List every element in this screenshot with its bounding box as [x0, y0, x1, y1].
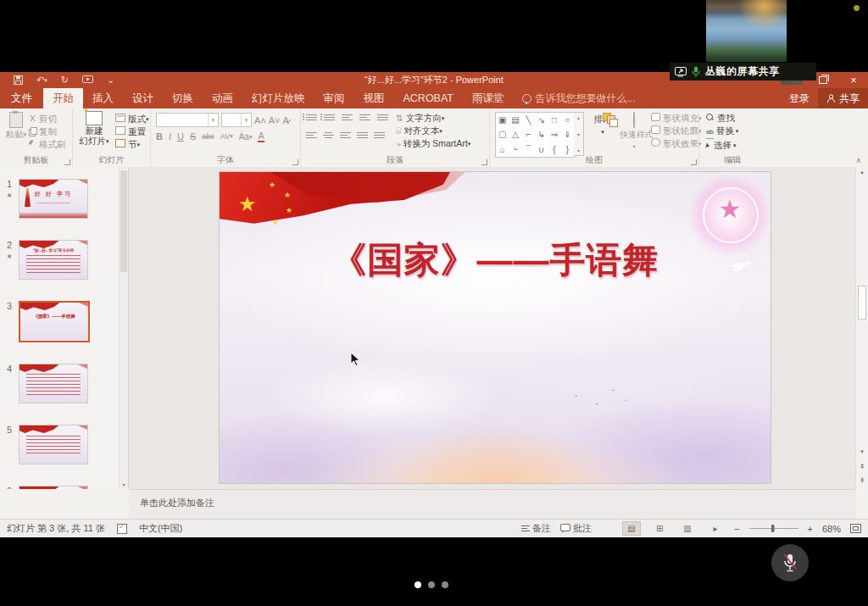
pager-dot-active[interactable] — [415, 581, 421, 588]
shape-oval-icon[interactable]: ○ — [565, 115, 570, 125]
font-size-combo[interactable]: ▾ — [221, 113, 252, 127]
notes-placeholder[interactable]: 单击此处添加备注 — [129, 490, 856, 509]
columns-button[interactable] — [374, 131, 385, 140]
tell-me-box[interactable]: 告诉我您想要做什么... — [514, 88, 636, 108]
shape-outline-button[interactable]: 形状轮廓▾ — [651, 125, 702, 137]
gallery-more-icon[interactable]: ▾ — [577, 147, 580, 153]
scrollbar-thumb[interactable] — [858, 286, 866, 320]
slide-title-text[interactable]: 《国家》——手语舞 — [220, 236, 771, 284]
align-right-button[interactable] — [340, 131, 351, 140]
font-dialog-launcher[interactable] — [292, 159, 298, 165]
bold-button[interactable]: B — [156, 131, 163, 142]
comments-toggle-button[interactable]: 批注 — [560, 522, 592, 535]
format-painter-button[interactable]: 格式刷 — [29, 138, 66, 151]
shape-triangle-icon[interactable]: △ — [512, 130, 519, 139]
drawing-dialog-launcher[interactable] — [691, 159, 697, 165]
tab-animations[interactable]: 动画 — [203, 88, 242, 108]
tab-design[interactable]: 设计 — [123, 88, 163, 108]
screen-share-banner[interactable]: 丛巍的屏幕共享 — [670, 63, 816, 81]
tab-view[interactable]: 视图 — [354, 88, 394, 108]
align-text-button[interactable]: ⌸ 对齐文本▾ — [396, 125, 470, 137]
gallery-up-icon[interactable]: ▴ — [577, 114, 580, 120]
share-button[interactable]: 共享 — [818, 88, 868, 108]
change-case-button[interactable]: Aa▾ — [239, 132, 253, 142]
shape-rounded-rectangle-icon[interactable]: ▢ — [498, 130, 506, 139]
text-direction-button[interactable]: ⇅ 文字方向▾ — [396, 112, 470, 125]
mute-microphone-button[interactable] — [771, 544, 809, 581]
tab-slideshow[interactable]: 幻灯片放映 — [242, 88, 314, 108]
shape-left-brace-icon[interactable]: { — [553, 145, 555, 154]
font-color-button[interactable]: A — [258, 131, 264, 142]
shape-arrow-icon[interactable]: ↘ — [537, 115, 544, 125]
tab-transitions[interactable]: 切换 — [163, 88, 203, 108]
paste-button[interactable]: 粘贴▾ — [5, 112, 27, 141]
notes-toggle-button[interactable]: 备注 — [521, 522, 551, 535]
share-toolbar-handle[interactable] — [781, 81, 803, 85]
zoom-in-button[interactable]: + — [808, 524, 813, 534]
next-slide-icon[interactable]: ⇟ — [856, 476, 868, 484]
text-shadow-button[interactable]: S — [190, 131, 196, 142]
shape-gallery[interactable]: ▣ ▤ ╲ ↘ □ ○ ▢ △ ⌐ ↳ ⇒ ⇓ ⌂ ~ ⌒ ∪ { — [495, 112, 575, 158]
thumbnail-scrollbar[interactable]: ▾ — [119, 167, 128, 489]
numbering-button[interactable] — [324, 114, 335, 122]
clear-formatting-button[interactable]: A̷ — [283, 115, 289, 125]
tab-review[interactable]: 审阅 — [314, 88, 354, 108]
shape-curve-icon[interactable]: ∪ — [538, 145, 544, 154]
tab-home[interactable]: 开始 — [43, 88, 83, 108]
convert-smartart-button[interactable]: ⤷ 转换为 SmartArt▾ — [396, 137, 470, 150]
copy-button[interactable]: 复制 — [29, 125, 66, 138]
reset-button[interactable]: 重置 — [115, 125, 149, 138]
find-button[interactable]: 查找 — [706, 112, 738, 125]
previous-slide-icon[interactable]: ⇞ — [856, 463, 868, 470]
section-button[interactable]: 节▾ — [115, 138, 149, 151]
layout-button[interactable]: 版式▾ — [115, 113, 149, 125]
new-slide-button[interactable]: 新建 幻灯片▾ — [78, 111, 110, 147]
increase-indent-button[interactable] — [359, 114, 370, 122]
reading-view-button[interactable]: ▥ — [678, 521, 697, 536]
align-left-button[interactable] — [306, 131, 317, 140]
justify-button[interactable] — [357, 131, 368, 140]
zoom-out-button[interactable]: − — [734, 524, 739, 534]
align-center-button[interactable] — [323, 131, 334, 140]
scroll-up-icon[interactable]: ▴ — [856, 169, 868, 175]
thumbnail-slide-4[interactable]: 4 — [0, 364, 128, 403]
thumbnail-slide-5[interactable]: 5 — [0, 425, 128, 464]
underline-button[interactable]: U — [177, 131, 184, 142]
decrease-indent-button[interactable] — [342, 114, 353, 122]
clipboard-dialog-launcher[interactable] — [64, 159, 70, 165]
shape-right-arrow-icon[interactable]: ⇒ — [551, 130, 558, 139]
close-window-button[interactable]: × — [841, 72, 866, 88]
scrollbar-thumb[interactable] — [120, 170, 127, 272]
strikethrough-button[interactable]: abc — [202, 132, 214, 141]
italic-button[interactable]: I — [169, 131, 171, 142]
paragraph-dialog-launcher[interactable] — [481, 159, 487, 165]
bullets-button[interactable] — [306, 114, 317, 122]
scroll-down-icon[interactable]: ▾ — [120, 481, 128, 487]
zoom-level[interactable]: 68% — [822, 524, 841, 534]
normal-view-button[interactable]: ▤ — [622, 521, 641, 536]
shape-scribble-icon[interactable]: ~ — [513, 145, 518, 154]
thumbnail-slide-6[interactable]: 6 — [0, 486, 128, 489]
shape-vertical-textbox-icon[interactable]: ▤ — [511, 115, 519, 125]
participant-video-thumbnail[interactable] — [706, 0, 787, 62]
font-name-combo[interactable]: ▾ — [156, 113, 219, 127]
line-spacing-button[interactable] — [377, 114, 388, 122]
arrange-button[interactable]: 排列▾ — [588, 113, 617, 138]
increase-font-size-button[interactable]: A˄ — [254, 115, 266, 125]
slide-area-scrollbar[interactable]: ▴ ▾ ⇞ ⇟ — [855, 167, 868, 489]
shape-textbox-icon[interactable]: ▣ — [498, 115, 506, 125]
shape-effects-button[interactable]: 形状效果▾ — [651, 137, 702, 150]
notes-pane[interactable]: 单击此处添加备注 — [129, 489, 856, 520]
cut-button[interactable]: 剪切 — [29, 113, 66, 125]
shape-fill-button[interactable]: 形状填充▾ — [651, 112, 702, 125]
shape-elbow-connector-icon[interactable]: ⌐ — [526, 130, 531, 139]
shape-down-arrow-icon[interactable]: ⇓ — [564, 130, 570, 139]
shape-right-brace-icon[interactable]: } — [566, 145, 569, 154]
slide-canvas[interactable]: ★ ★ ★ ★ ★ ★ 《国家》——手语舞 ˇ ˇ ˇ ˇ — [220, 172, 771, 483]
replace-button[interactable]: ab替换 ▾ — [706, 125, 738, 139]
fit-slide-to-window-icon[interactable] — [850, 524, 861, 533]
collapse-ribbon-icon[interactable]: ∧ — [855, 156, 861, 164]
tab-file[interactable]: 文件 — [0, 88, 43, 108]
shape-line-icon[interactable]: ╲ — [526, 115, 531, 125]
pager-dot[interactable] — [428, 581, 435, 588]
